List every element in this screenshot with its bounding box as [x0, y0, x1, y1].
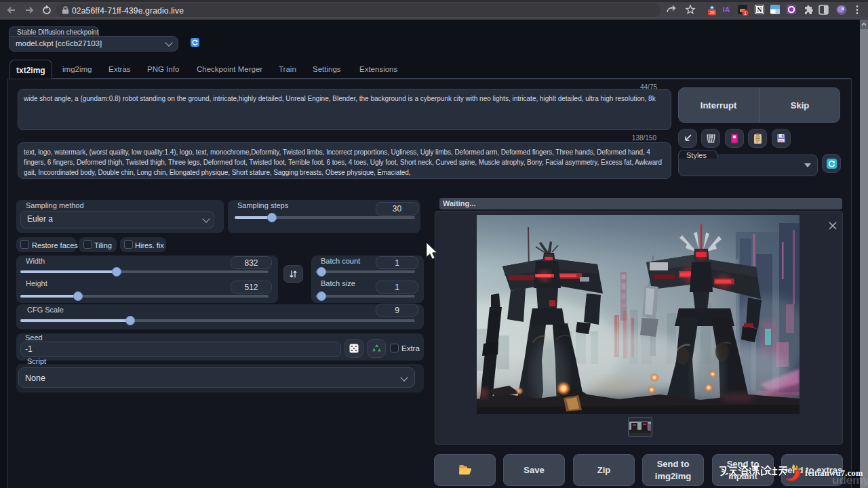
svg-text:N: N	[757, 7, 762, 14]
svg-text:20: 20	[709, 10, 715, 15]
svg-text:IA: IA	[723, 5, 730, 14]
svg-text:1: 1	[744, 11, 747, 16]
